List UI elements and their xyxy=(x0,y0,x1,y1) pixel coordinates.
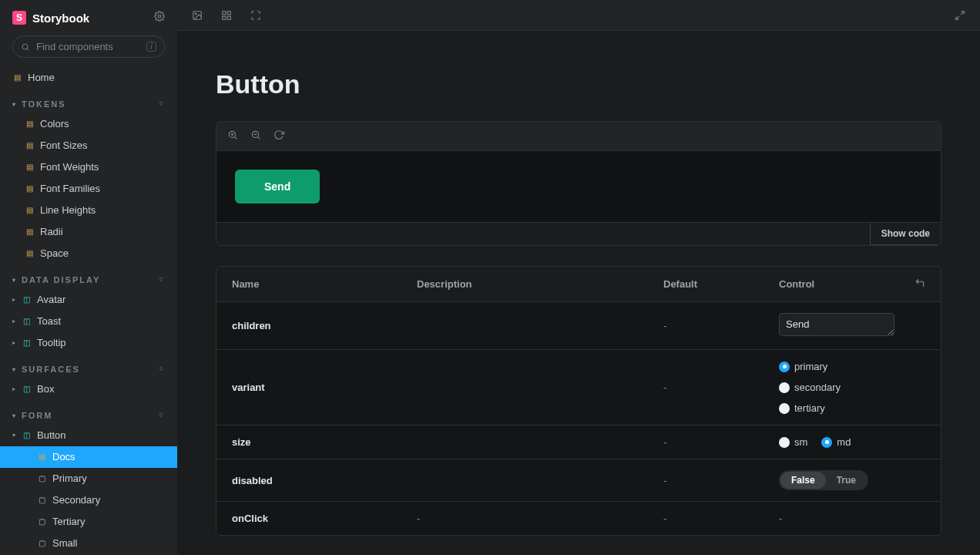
nav-label: Tooltip xyxy=(37,335,66,351)
comp-icon xyxy=(22,338,31,348)
doc-icon xyxy=(37,452,46,462)
expand-icon[interactable] xyxy=(949,5,971,26)
nav-story-item[interactable]: Primary xyxy=(0,468,177,489)
radio-option[interactable]: primary xyxy=(779,361,827,372)
caret-icon xyxy=(12,335,15,351)
radio-option[interactable]: md xyxy=(821,436,851,448)
nav-home[interactable]: Home xyxy=(0,67,177,89)
nav-tree: Home TOKENSColorsFont SizesFont WeightsF… xyxy=(0,67,177,555)
nav-item[interactable]: Tooltip xyxy=(0,332,177,354)
nav-label: Box xyxy=(37,382,54,397)
nav-story-item[interactable]: Secondary xyxy=(0,489,177,511)
nav-section-header[interactable]: DATA DISPLAY xyxy=(0,264,177,289)
canvas-zoom-toolbar xyxy=(216,122,941,151)
nav-label: Font Weights xyxy=(40,160,99,175)
collapse-icon[interactable] xyxy=(157,99,165,109)
image-icon[interactable] xyxy=(186,5,208,26)
boolean-toggle[interactable]: FalseTrue xyxy=(779,470,868,490)
storybook-logo-icon: S xyxy=(12,11,26,25)
comp-icon xyxy=(22,385,31,394)
radio-dot-icon xyxy=(821,437,832,448)
nav-item[interactable]: Button xyxy=(0,425,177,446)
settings-button[interactable] xyxy=(154,11,165,25)
args-row: children- xyxy=(216,302,941,350)
grid-icon[interactable] xyxy=(216,5,237,26)
search-input[interactable]: Find components / xyxy=(12,35,165,58)
nav-item[interactable]: Toast xyxy=(0,311,177,332)
fullscreen-icon[interactable] xyxy=(245,5,267,26)
nav-item[interactable]: Font Sizes xyxy=(0,135,177,156)
args-table-header: Name Description Default Control xyxy=(216,267,941,302)
zoom-out-icon[interactable] xyxy=(250,130,261,143)
nav-label: Space xyxy=(40,246,69,261)
nav-label: Tertiary xyxy=(52,514,86,530)
nav-item[interactable]: Font Weights xyxy=(0,156,177,178)
nav-item[interactable]: Line Heights xyxy=(0,200,177,221)
header-description: Description xyxy=(417,278,663,290)
toggle-option[interactable]: False xyxy=(780,472,826,489)
demo-send-button[interactable]: Send xyxy=(235,170,320,204)
arg-control xyxy=(779,313,894,338)
caret-icon xyxy=(12,314,15,329)
caret-down-icon xyxy=(12,277,17,284)
nav-label: Toast xyxy=(37,314,61,329)
nav-section-header[interactable]: SURFACES xyxy=(0,354,177,378)
radio-dot-icon xyxy=(779,403,790,414)
svg-rect-5 xyxy=(223,11,226,14)
radio-dot-icon xyxy=(779,437,790,448)
nav-item[interactable]: Box xyxy=(0,378,177,400)
nav-label: Docs xyxy=(52,449,76,465)
radio-dot-icon xyxy=(779,362,790,372)
args-table: Name Description Default Control childre… xyxy=(216,266,941,536)
arg-name: size xyxy=(232,436,417,448)
caret-icon xyxy=(12,428,15,443)
search-placeholder: Find components xyxy=(36,41,113,52)
collapse-icon[interactable] xyxy=(157,275,165,284)
zoom-in-icon[interactable] xyxy=(227,130,238,143)
radio-dot-icon xyxy=(779,382,790,393)
undo-icon xyxy=(915,278,925,288)
canvas-body: Send xyxy=(216,151,941,222)
nav-item[interactable]: Space xyxy=(0,243,177,264)
doc-icon xyxy=(25,227,34,237)
toggle-option[interactable]: True xyxy=(826,472,867,489)
collapse-icon[interactable] xyxy=(157,411,165,420)
zoom-reset-icon[interactable] xyxy=(274,130,284,143)
nav-section-header[interactable]: FORM xyxy=(0,400,177,425)
nav-story-item[interactable]: Docs xyxy=(0,446,177,468)
arg-control: smmd xyxy=(779,436,894,448)
radio-option[interactable]: tertiary xyxy=(779,402,825,414)
arg-name: children xyxy=(232,320,417,331)
doc-icon xyxy=(25,119,34,129)
control-textarea[interactable] xyxy=(779,313,894,336)
comp-icon xyxy=(22,431,31,440)
header-control: Control xyxy=(779,278,894,290)
nav-story-item[interactable]: Small xyxy=(0,533,177,554)
sidebar: S Storybook Find components / Home TOKEN… xyxy=(0,0,177,555)
nav-item[interactable]: Font Families xyxy=(0,178,177,200)
comp-icon xyxy=(22,317,31,326)
arg-default: - xyxy=(663,436,779,448)
caret-down-icon xyxy=(12,412,17,419)
canvas-toolbar-top xyxy=(177,0,980,31)
radio-option[interactable]: secondary xyxy=(779,382,841,393)
nav-story-item[interactable]: Tertiary xyxy=(0,511,177,533)
main-panel: Button Send Show code xyxy=(177,0,980,555)
nav-item[interactable]: Radii xyxy=(0,221,177,243)
reset-controls-button[interactable] xyxy=(915,278,925,291)
radio-option[interactable]: sm xyxy=(779,436,807,448)
brand[interactable]: S Storybook xyxy=(12,11,89,25)
nav-label: Font Families xyxy=(40,181,100,197)
nav-item[interactable]: Colors xyxy=(0,113,177,135)
caret-down-icon xyxy=(12,101,17,108)
caret-icon xyxy=(12,292,15,308)
svg-rect-8 xyxy=(227,16,230,19)
svg-line-16 xyxy=(258,137,260,140)
docs-content: Button Send Show code xyxy=(177,31,980,555)
nav-item[interactable]: Avatar xyxy=(0,289,177,311)
collapse-icon[interactable] xyxy=(157,365,165,374)
nav-section-header[interactable]: TOKENS xyxy=(0,89,177,113)
show-code-button[interactable]: Show code xyxy=(870,223,941,245)
arg-control: primarysecondarytertiary xyxy=(779,361,894,414)
control-none: - xyxy=(779,513,782,524)
